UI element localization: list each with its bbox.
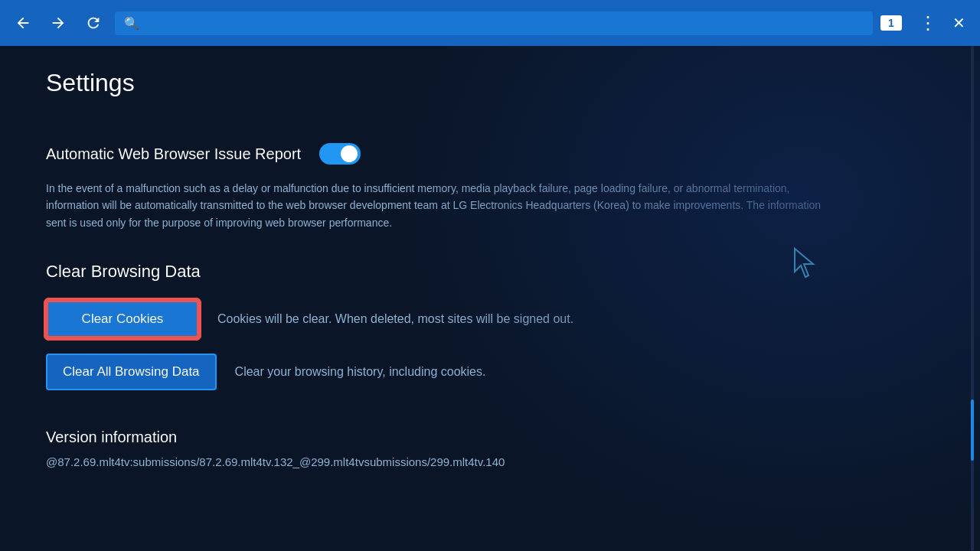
version-section: Version information @87.2.69.mlt4tv:subm… <box>46 429 934 468</box>
browser-actions: ⋮ ✕ <box>916 11 971 35</box>
clear-cookies-row: Clear Cookies Cookies will be clear. Whe… <box>46 300 934 338</box>
back-icon <box>15 15 31 31</box>
auto-report-description: In the event of a malfunction such as a … <box>46 180 827 231</box>
clear-all-description: Clear your browsing history, including c… <box>235 365 486 379</box>
auto-report-toggle[interactable] <box>319 143 361 165</box>
clear-browsing-section: Clear Browsing Data Clear Cookies Cookie… <box>46 262 934 390</box>
version-text: @87.2.69.mlt4tv:submissions/87.2.69.mlt4… <box>46 455 934 468</box>
search-icon: 🔍 <box>124 16 139 31</box>
close-button[interactable]: ✕ <box>946 11 971 35</box>
forward-icon <box>50 15 67 31</box>
version-title: Version information <box>46 429 934 446</box>
page-title: Settings <box>46 69 934 97</box>
menu-button[interactable]: ⋮ <box>916 11 940 35</box>
clear-all-row: Clear All Browsing Data Clear your brows… <box>46 354 934 390</box>
scrollbar-thumb <box>971 399 974 461</box>
tab-count-badge[interactable]: 1 <box>880 15 902 31</box>
back-button[interactable] <box>9 9 37 37</box>
reload-button[interactable] <box>80 9 107 37</box>
address-bar-container[interactable]: 🔍 <box>115 11 873 35</box>
clear-browsing-title: Clear Browsing Data <box>46 262 934 282</box>
clear-cookies-button[interactable]: Clear Cookies <box>46 300 199 338</box>
scrollbar[interactable] <box>971 46 974 551</box>
auto-report-row: Automatic Web Browser Issue Report <box>46 143 934 165</box>
auto-report-label: Automatic Web Browser Issue Report <box>46 145 301 163</box>
reload-icon <box>85 15 102 31</box>
clear-all-button[interactable]: Clear All Browsing Data <box>46 354 217 390</box>
clear-cookies-description: Cookies will be clear. When deleted, mos… <box>217 312 573 326</box>
auto-report-section: Automatic Web Browser Issue Report In th… <box>46 143 934 231</box>
address-input[interactable] <box>145 17 864 30</box>
forward-button[interactable] <box>44 9 72 37</box>
browser-toolbar: 🔍 1 ⋮ ✕ <box>0 0 980 46</box>
settings-content: Settings Automatic Web Browser Issue Rep… <box>0 46 980 551</box>
scrollbar-track <box>971 46 974 551</box>
